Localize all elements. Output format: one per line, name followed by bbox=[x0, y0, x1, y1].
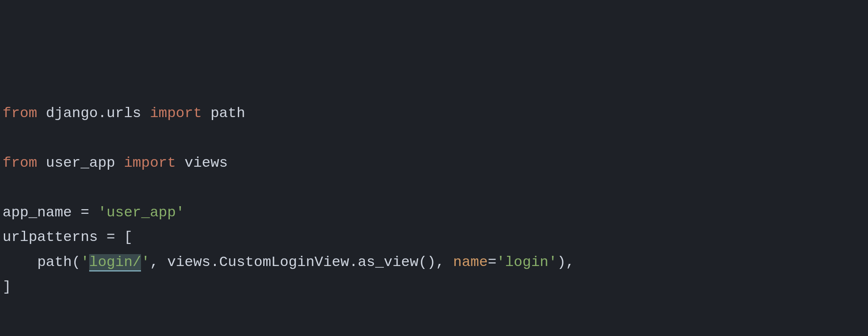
string-value: login bbox=[505, 254, 548, 270]
code-line-2 bbox=[0, 126, 868, 150]
string-quote: ' bbox=[81, 254, 89, 270]
parens: () bbox=[418, 254, 436, 270]
bracket-close: ] bbox=[3, 279, 11, 295]
code-line-5: app_name = 'user_app' bbox=[0, 200, 868, 225]
code-line-6: urlpatterns = [ bbox=[0, 225, 868, 249]
keyword-import: import bbox=[124, 155, 176, 171]
keyword-import: import bbox=[150, 105, 202, 121]
operator-equals: = bbox=[488, 254, 496, 270]
string-quote: ' bbox=[141, 254, 149, 270]
operator-equals: = bbox=[98, 229, 124, 245]
paren-open: ( bbox=[72, 254, 80, 270]
module-name: django.urls bbox=[46, 105, 141, 121]
string-value: user_app bbox=[107, 204, 176, 221]
method-chain: views.CustomLoginView.as_view bbox=[167, 254, 419, 270]
keyword-argument: name bbox=[453, 254, 488, 270]
comma: , bbox=[150, 254, 167, 270]
import-name: views bbox=[185, 155, 228, 171]
variable-name: app_name bbox=[3, 204, 72, 221]
string-quote: ' bbox=[496, 254, 505, 270]
code-line-4 bbox=[0, 175, 868, 200]
paren-close: ), bbox=[557, 254, 575, 270]
string-quote: ' bbox=[98, 204, 106, 221]
variable-name: urlpatterns bbox=[3, 229, 98, 245]
text-selection: login/ bbox=[89, 254, 141, 272]
keyword-from: from bbox=[3, 155, 37, 171]
keyword-from: from bbox=[3, 105, 37, 121]
code-line-8: ] bbox=[0, 274, 868, 299]
code-line-7: path('login/', views.CustomLoginView.as_… bbox=[0, 250, 868, 274]
comma: , bbox=[436, 254, 453, 270]
code-line-3: from user_app import views bbox=[0, 151, 868, 175]
module-name: user_app bbox=[46, 155, 115, 171]
code-line-1: from django.urls import path bbox=[0, 101, 868, 126]
import-name: path bbox=[211, 105, 245, 121]
function-call: path bbox=[37, 254, 72, 270]
indent bbox=[3, 254, 37, 270]
string-quote: ' bbox=[549, 254, 557, 270]
operator-equals: = bbox=[72, 204, 98, 221]
bracket-open: [ bbox=[124, 229, 132, 245]
code-editor[interactable]: from django.urls import path from user_a… bbox=[0, 101, 868, 300]
string-quote: ' bbox=[176, 204, 184, 221]
